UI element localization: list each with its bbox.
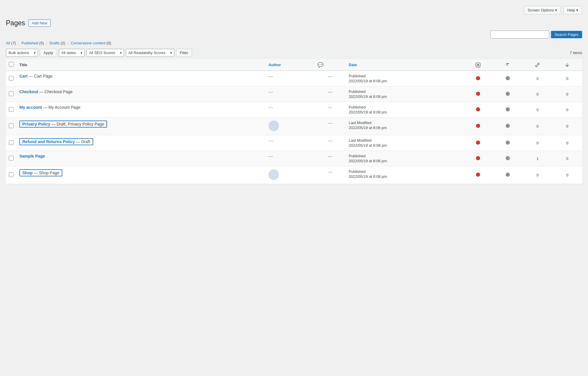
svg-point-1 <box>477 64 479 66</box>
date-value: 2022/05/19 at 8:08 pm <box>349 94 387 99</box>
row-date-cell: Published2022/05/19 at 8:08 pm <box>346 166 463 184</box>
comments-dash: — <box>328 169 333 174</box>
row-checkbox[interactable] <box>9 140 14 145</box>
seo-red-dot <box>476 173 480 177</box>
row-title-cell: Checkout — Checkout Page <box>16 86 265 102</box>
row-readability-cell <box>493 166 523 184</box>
row-checkbox[interactable] <box>9 123 14 128</box>
filter-drafts-link[interactable]: Drafts <box>49 41 60 45</box>
dates-select[interactable]: All dates <box>59 49 85 57</box>
row-checkbox[interactable] <box>9 107 14 112</box>
row-checkbox-cell <box>6 118 16 135</box>
row-comments-cell: — <box>315 151 346 166</box>
chevron-down-icon: ▾ <box>555 8 557 12</box>
row-count2-cell: 0 <box>552 118 582 135</box>
row-checkbox[interactable] <box>9 91 14 96</box>
table-row: Privacy Policy — Draft, Privacy Policy P… <box>6 118 582 135</box>
page-title-link[interactable]: Privacy Policy <box>22 122 50 126</box>
row-date-cell: Published2022/05/19 at 8:06 pm <box>346 151 463 166</box>
date-value: 2022/05/19 at 8:08 pm <box>349 174 387 179</box>
row-readability-cell <box>493 86 523 102</box>
row-count1-cell: 0 <box>523 118 552 135</box>
seo-red-dot <box>476 141 480 145</box>
page-title-link[interactable]: My account <box>19 105 42 110</box>
row-date-cell: Published2022/05/19 at 8:08 pm <box>346 102 463 118</box>
row-checkbox[interactable] <box>9 76 14 81</box>
help-button[interactable]: Help ▾ <box>563 6 582 14</box>
bulk-actions-select[interactable]: Bulk actions <box>6 49 38 57</box>
readability-icon <box>505 62 510 68</box>
pages-table: Title Author 💬 Date <box>6 59 582 184</box>
table-row: Refund and Returns Policy — Draft——Last … <box>6 135 582 151</box>
page-title-link[interactable]: Cart <box>19 74 28 78</box>
bulk-actions-wrapper: Bulk actions <box>6 49 38 57</box>
search-input[interactable] <box>490 31 549 39</box>
filter-links: All (7) | Published (5) | Drafts (2) | C… <box>6 41 582 45</box>
row-count1-cell: 1 <box>523 151 552 166</box>
row-checkbox[interactable] <box>9 172 14 177</box>
col-seo-icon-header <box>463 59 493 71</box>
row-count2-cell: 0 <box>552 86 582 102</box>
apply-button[interactable]: Apply <box>40 49 57 57</box>
col-checkbox <box>6 59 16 71</box>
table-row: Cart — Cart Page——Published2022/05/19 at… <box>6 71 582 86</box>
pages-tbody: Cart — Cart Page——Published2022/05/19 at… <box>6 71 582 184</box>
screen-options-button[interactable]: Screen Options ▾ <box>524 6 561 14</box>
row-author-cell <box>265 118 315 135</box>
search-bar: Search Pages <box>6 31 582 39</box>
seo-red-dot <box>476 156 480 160</box>
row-count2-cell: 0 <box>552 135 582 151</box>
table-row: Sample Page ——Published2022/05/19 at 8:0… <box>6 151 582 166</box>
row-author-cell <box>265 166 315 184</box>
row-checkbox[interactable] <box>9 156 14 161</box>
row-count1-cell: 0 <box>523 86 552 102</box>
filter-all-link[interactable]: All <box>6 41 10 45</box>
row-count2-cell: 0 <box>552 151 582 166</box>
filter-published-link[interactable]: Published <box>21 41 38 45</box>
search-pages-button[interactable]: Search Pages <box>551 31 582 38</box>
row-checkbox-cell <box>6 86 16 102</box>
col-incoming-links-icon-header <box>552 59 582 71</box>
author-dash: — <box>268 154 273 159</box>
separator: | <box>68 41 69 45</box>
filter-button[interactable]: Filter <box>176 49 192 57</box>
select-all-checkbox[interactable] <box>9 62 14 67</box>
row-readability-cell <box>493 102 523 118</box>
date-value: 2022/05/19 at 8:08 pm <box>349 143 387 148</box>
top-bar: Screen Options ▾ Help ▾ <box>6 6 582 14</box>
count1-value: 0 <box>537 92 539 96</box>
all-dates-wrapper: All dates <box>59 49 85 57</box>
row-readability-cell <box>493 71 523 86</box>
date-value: 2022/05/19 at 8:08 pm <box>349 110 387 114</box>
row-seo-cell <box>463 118 493 135</box>
row-title-cell: Privacy Policy — Draft, Privacy Policy P… <box>16 118 265 135</box>
seo-scores-select[interactable]: All SEO Scores <box>86 49 124 57</box>
page-title-link[interactable]: Shop <box>22 171 33 175</box>
add-new-button[interactable]: Add New <box>29 19 51 27</box>
readability-gray-dot <box>506 156 510 160</box>
chevron-down-icon: ▾ <box>576 8 578 12</box>
row-title-cell: Sample Page <box>16 151 265 166</box>
row-count1-cell: 0 <box>523 135 552 151</box>
page-title-link[interactable]: Sample Page <box>19 154 45 158</box>
help-label: Help <box>567 8 575 12</box>
count2-value: 0 <box>566 76 568 81</box>
readability-scores-select[interactable]: All Readability Scores <box>126 49 174 57</box>
seo-red-dot <box>476 107 480 111</box>
row-seo-cell <box>463 151 493 166</box>
row-checkbox-cell <box>6 166 16 184</box>
readability-gray-dot <box>506 141 510 145</box>
filter-drafts-count: (2) <box>61 41 65 45</box>
row-title-cell: Shop — Shop Page <box>16 166 265 184</box>
count1-value: 0 <box>537 108 539 112</box>
page-title-link[interactable]: Checkout <box>19 89 38 94</box>
screen-options-label: Screen Options <box>528 8 554 12</box>
page-title-link[interactable]: Refund and Returns Policy <box>22 139 75 144</box>
filter-cornerstone-link[interactable]: Cornerstone content <box>71 41 106 45</box>
row-date-cell: Published2022/05/19 at 8:08 pm <box>346 86 463 102</box>
readability-gray-dot <box>506 124 510 128</box>
author-dash: — <box>268 138 273 143</box>
seo-scores-wrapper: All SEO Scores <box>86 49 124 57</box>
date-label: Published <box>349 154 460 158</box>
comments-dash: — <box>328 138 333 143</box>
